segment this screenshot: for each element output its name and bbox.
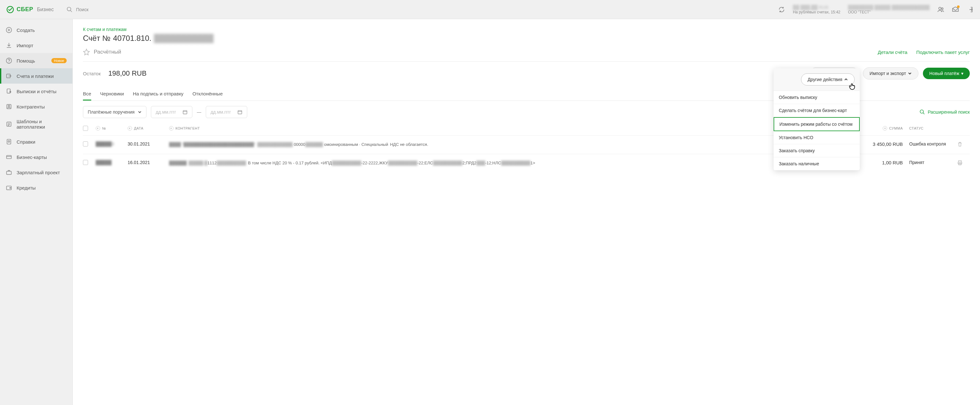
tab-sign[interactable]: На подпись и отправку xyxy=(133,88,183,100)
svg-point-9 xyxy=(9,62,9,62)
select-all-checkbox[interactable] xyxy=(83,126,88,131)
link-details[interactable]: Детали счёта xyxy=(878,49,907,55)
date-from-input[interactable]: дд.мм.гггг xyxy=(151,106,192,118)
search-box[interactable]: Поиск xyxy=(66,6,778,13)
row-status: Ошибка контроля xyxy=(903,141,957,147)
svg-line-27 xyxy=(923,113,924,114)
card-icon xyxy=(6,154,12,160)
hand-cursor-icon xyxy=(848,82,857,91)
row-date: 30.01.2021 xyxy=(127,141,150,147)
chevron-down-icon xyxy=(908,72,912,75)
tab-all[interactable]: Все xyxy=(83,88,91,100)
search-icon xyxy=(66,6,73,13)
chevron-down-icon: ▾ xyxy=(961,71,963,76)
user-org: ООО "ТЕСТ" xyxy=(848,10,930,14)
profile-icon[interactable] xyxy=(937,6,944,13)
svg-rect-17 xyxy=(7,155,11,159)
tab-drafts[interactable]: Черновики xyxy=(100,88,124,100)
arrow-out-icon xyxy=(6,73,12,79)
star-icon[interactable] xyxy=(83,48,90,56)
sidebar-item-contractors[interactable]: Контрагенты xyxy=(0,99,72,114)
notification-dot xyxy=(957,5,959,8)
svg-point-26 xyxy=(920,110,924,113)
sidebar-label: Помощь xyxy=(17,58,35,64)
refresh-icon[interactable] xyxy=(778,6,785,13)
download-icon xyxy=(6,42,12,48)
new-payment-button[interactable]: Новый платёж ▾ xyxy=(923,68,970,79)
logo[interactable]: СБЕР Бизнес xyxy=(6,6,54,13)
sidebar-item-statements[interactable]: Выписки и отчёты xyxy=(0,84,72,99)
sidebar-label: Кредиты xyxy=(17,185,36,191)
svg-point-13 xyxy=(8,105,10,107)
sidebar-label: Справки xyxy=(17,139,35,145)
sidebar-item-create[interactable]: Создать xyxy=(0,22,72,38)
logout-icon[interactable] xyxy=(967,6,974,13)
sort-icon[interactable]: ▾ xyxy=(96,126,100,131)
search-placeholder: Поиск xyxy=(76,7,88,12)
delete-icon[interactable] xyxy=(957,141,963,147)
row-number: █████3 xyxy=(96,141,114,147)
balance-label: Остаток xyxy=(83,71,101,76)
col-agent: КОНТРАГЕНТ xyxy=(175,126,200,130)
account-hidden: ███████████ xyxy=(154,34,213,43)
svg-point-4 xyxy=(942,8,943,10)
sidebar-item-templates[interactable]: Шаблоны и автоплатежи xyxy=(0,114,72,134)
sidebar-label: Зарплатный проект xyxy=(17,170,60,175)
sidebar-label: Создать xyxy=(17,27,35,33)
sort-icon[interactable]: ▾ xyxy=(169,126,173,131)
notifications-icon[interactable] xyxy=(952,6,959,13)
date-to-input[interactable]: дд.мм.гггг xyxy=(206,106,247,118)
row-checkbox[interactable] xyxy=(83,141,88,147)
payment-type-select[interactable]: Платёжные поручения xyxy=(83,106,146,118)
svg-rect-15 xyxy=(7,139,11,144)
col-sum: СУММА xyxy=(889,126,903,130)
dropdown-item-change-mode[interactable]: Изменить режим работы со счётом xyxy=(773,117,860,131)
print-icon[interactable] xyxy=(957,160,963,166)
svg-point-3 xyxy=(939,7,941,9)
svg-rect-22 xyxy=(183,110,187,114)
row-status: Принят xyxy=(903,160,957,165)
svg-point-21 xyxy=(10,187,11,188)
logo-text: СБЕР xyxy=(17,6,33,13)
sidebar-item-payroll[interactable]: Зарплатный проект xyxy=(0,165,72,180)
sidebar-label: Контрагенты xyxy=(17,104,45,110)
sidebar-item-accounts[interactable]: Счета и платежи xyxy=(0,68,72,84)
row-date: 16.01.2021 xyxy=(127,160,150,165)
sidebar-item-cards[interactable]: Бизнес-карты xyxy=(0,149,72,165)
dropdown-item-business-card[interactable]: Сделать счётом для бизнес-карт xyxy=(773,104,860,117)
other-actions-dropdown: Другие действия Обновить выписку Сделать… xyxy=(773,68,860,171)
badge-new: Новое xyxy=(51,58,67,63)
svg-line-2 xyxy=(70,10,72,12)
sidebar-item-credits[interactable]: Кредиты xyxy=(0,180,72,195)
breadcrumb[interactable]: К счетам и платежам xyxy=(83,27,127,32)
sidebar-label: Импорт xyxy=(17,43,33,48)
sidebar-label: Выписки и отчёты xyxy=(17,89,56,94)
sort-icon[interactable]: ▾ xyxy=(127,126,132,131)
advanced-search-link[interactable]: Расширенный поиск xyxy=(920,109,970,115)
other-actions-button[interactable]: Другие действия xyxy=(801,73,855,86)
sidebar-item-certificates[interactable]: Справки xyxy=(0,134,72,149)
sort-icon[interactable]: ▾ xyxy=(883,126,887,131)
sidebar-label: Шаблоны и автоплатежи xyxy=(17,119,67,129)
row-checkbox[interactable] xyxy=(83,160,88,165)
sidebar: Создать Импорт Помощь Новое Счета и плат… xyxy=(0,19,73,405)
briefcase-icon xyxy=(6,169,12,175)
import-export-button[interactable]: Импорт и экспорт xyxy=(863,67,918,80)
dropdown-item-nso[interactable]: Установить НСО xyxy=(773,131,860,144)
dropdown-item-refresh[interactable]: Обновить выписку xyxy=(773,91,860,104)
sidebar-item-import[interactable]: Импорт xyxy=(0,38,72,53)
doc-out-icon xyxy=(6,88,12,94)
col-status: СТАТУС xyxy=(909,126,924,130)
search-icon xyxy=(920,109,925,115)
svg-rect-19 xyxy=(7,171,11,175)
row-number: █████ xyxy=(96,160,111,165)
dropdown-item-cash[interactable]: Заказать наличные xyxy=(773,157,860,171)
header-user[interactable]: ████████ █████ ████████████ ООО "ТЕСТ" xyxy=(848,5,930,14)
header: СБЕР Бизнес Поиск ██ ███,██ RUB На рублё… xyxy=(0,0,980,19)
link-packages[interactable]: Подключить пакет услуг xyxy=(916,49,970,55)
tab-rejected[interactable]: Отклонённые xyxy=(192,88,223,100)
dropdown-item-certificate[interactable]: Заказать справку xyxy=(773,144,860,157)
row-agent: ██████ █████.█1112██████████ В том числе… xyxy=(169,160,852,166)
sidebar-item-help[interactable]: Помощь Новое xyxy=(0,53,72,68)
svg-rect-24 xyxy=(238,110,242,114)
